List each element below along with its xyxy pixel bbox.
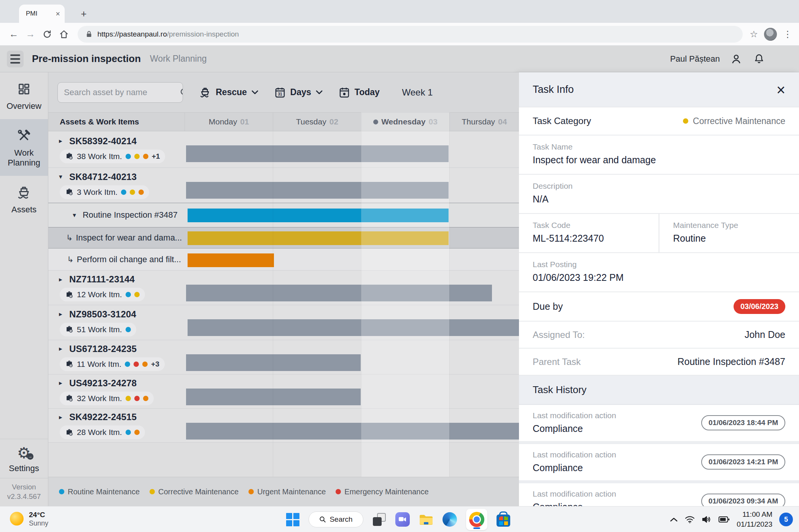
new-tab-button[interactable]: + [78,8,90,20]
close-icon[interactable]: × [777,84,785,96]
gantt-bar[interactable] [188,253,274,267]
more-count: +3 [151,360,159,368]
taskbar-clock[interactable]: 11:00 AM 01/11/2023 [737,510,772,529]
corrective-dot [134,154,140,159]
assigned-to-row: Assigned To: John Doe [519,322,799,349]
today-button[interactable]: Today [339,87,380,98]
back-icon[interactable]: ← [7,27,21,41]
gantt-row[interactable]: ↳Perform oil change and filt... [48,248,519,271]
dark-mode-moon-icon[interactable] [775,53,788,65]
search-icon [319,516,326,523]
weather-widget[interactable]: 24°C Sunny [10,510,48,527]
gantt-row[interactable]: ▸SK58392-4021438 Work Itm.+1 [48,131,519,168]
caret-right-icon[interactable]: ▸ [59,413,66,421]
day-header-monday[interactable]: Monday01 [185,113,273,131]
gantt-bar[interactable] [186,182,449,199]
search-icon[interactable] [180,83,183,102]
calendar-days-icon: 31 [274,87,286,98]
windows-start-icon[interactable] [286,513,299,526]
task-category-label: Task Category [533,116,591,126]
settings-label: Settings [9,464,39,473]
hamburger-menu-icon[interactable] [7,51,24,67]
gantt-bar[interactable] [186,145,449,162]
gantt-bar[interactable] [188,209,449,222]
field-label: Maintenance Type [673,221,790,230]
gantt-row[interactable]: ▾Routine Inspection #3487 [48,203,519,227]
caret-down-icon[interactable]: ▾ [59,173,66,181]
field-label: Last Posting [533,260,785,269]
gantt-row[interactable]: ▸NZ71111-2314412 Work Itm. [48,271,519,305]
day-header-wednesday[interactable]: Wednesday03 [361,113,449,131]
gantt-bar[interactable] [186,354,361,371]
asset-id: NZ71111-23144 [69,274,135,285]
tray-chevron-up-icon[interactable] [670,517,678,522]
caret-right-icon[interactable]: ▸ [59,310,66,318]
weather-condition: Sunny [29,519,48,527]
search-input[interactable] [58,88,180,97]
caret-right-icon[interactable]: ▸ [59,345,66,353]
subtask-title: Perform oil change and filt... [77,255,181,264]
gantt-row[interactable]: ↳Inspect for wear and dama... [48,227,519,248]
browser-menu-icon[interactable]: ⋮ [783,29,792,40]
forward-icon[interactable]: → [24,27,37,41]
due-date-badge: 03/06/2023 [734,299,785,314]
time-scale-dropdown[interactable]: 31 Days [274,87,323,98]
gantt-row[interactable]: ▸NZ98503-3120451 Work Itm. [48,305,519,340]
gantt-bar[interactable] [186,389,361,405]
notifications-bell-icon[interactable] [753,53,766,65]
edge-browser-icon[interactable] [442,512,457,527]
sidebar-item-label: Overview [6,101,41,111]
file-explorer-icon[interactable] [419,514,433,525]
parent-task-row: Parent Task Routine Inspection #3487 [519,349,799,376]
row-label: ▸US67128-2423511 Work Itm.+3 [48,340,185,374]
url-bar[interactable]: https://pasteanpaul.ro/premission-inspec… [78,26,743,43]
sidebar-item-assets[interactable]: Assets [0,176,48,223]
asset-search[interactable] [57,82,183,103]
teams-chat-icon[interactable] [395,512,410,527]
gantt-row[interactable]: ▸US49213-2427832 Work Itm. [48,374,519,409]
wifi-icon[interactable] [685,515,695,524]
battery-icon[interactable] [718,516,730,523]
sidebar-item-work-planning[interactable]: Work Planning [0,119,48,176]
asset-type-dropdown[interactable]: Rescue [199,86,258,99]
gantt-bar[interactable] [186,285,492,301]
asset-id: NZ98503-31204 [69,309,136,320]
bookmark-star-icon[interactable]: ☆ [750,29,758,40]
sidebar-item-settings[interactable]: ⚙→ Settings [0,439,48,478]
last-posting-field: Last Posting 01/06/2023 19:22 PM [519,253,799,292]
asset-title-line: ▸SK49222-24515 [59,412,185,422]
ship-icon [199,86,211,99]
history-entry-value: Compliance [533,423,616,434]
asset-title-line: ▸NZ98503-31204 [59,309,185,320]
browser-profile-avatar[interactable] [764,28,777,41]
day-header-tuesday[interactable]: Tuesday02 [273,113,361,131]
sidebar-item-overview[interactable]: Overview [0,72,48,119]
chrome-active-app[interactable] [466,509,487,530]
caret-right-icon[interactable]: ▸ [59,137,66,145]
work-items-pill: 38 Work Itm.+1 [60,150,165,163]
reload-icon[interactable] [40,27,54,41]
gantt-bar[interactable] [188,319,519,336]
gantt-bar[interactable] [186,423,519,440]
volume-icon[interactable] [702,515,711,524]
gantt-row[interactable]: ▾SK84712-402133 Work Itm. [48,168,519,203]
caret-right-icon[interactable]: ▸ [59,379,66,387]
user-profile-icon[interactable] [730,53,743,65]
microsoft-store-icon[interactable] [497,514,510,527]
caret-right-icon[interactable]: ▸ [59,276,66,284]
urgent-dot [248,489,254,494]
subtask-title: Inspect for wear and dama... [76,233,182,243]
notification-count-badge[interactable]: 5 [779,513,793,526]
gantt-row[interactable]: ▸SK49222-2451528 Work Itm. [48,409,519,443]
task-view-icon[interactable] [372,513,386,526]
gantt-bar[interactable] [188,231,449,245]
row-timeline [185,203,519,227]
legend-label: Corrective Maintenance [158,487,239,496]
home-icon[interactable] [57,27,71,41]
taskbar-search[interactable]: Search [309,511,363,527]
browser-tab[interactable]: PMI × [19,5,65,23]
caret-down-icon[interactable]: ▾ [73,211,80,219]
tab-close-icon[interactable]: × [56,10,60,18]
day-header-thursday[interactable]: Thursday04 [449,113,519,131]
gantt-row[interactable]: ▸US67128-2423511 Work Itm.+3 [48,340,519,374]
